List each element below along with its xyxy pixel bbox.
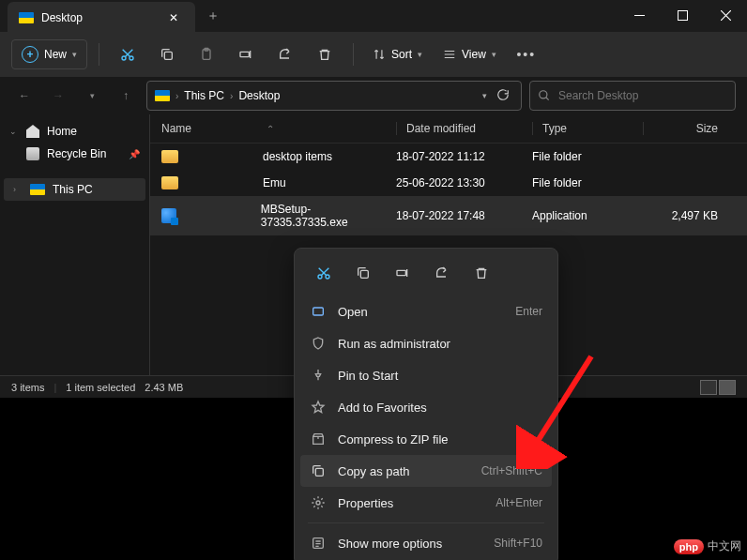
ctx-rename-button[interactable] — [385, 258, 420, 288]
sidebar-item-label: Home — [47, 125, 77, 138]
svg-point-8 — [540, 91, 547, 98]
ctx-label: Copy as path — [338, 464, 410, 478]
paste-button[interactable] — [190, 38, 223, 71]
recent-button[interactable]: ▾ — [79, 83, 105, 109]
breadcrumb-current[interactable]: Desktop — [238, 89, 280, 102]
search-input[interactable] — [558, 89, 727, 102]
rename-button[interactable] — [229, 38, 263, 71]
svg-point-10 — [326, 275, 329, 279]
status-items: 3 items — [11, 382, 44, 393]
star-icon — [310, 399, 327, 416]
sidebar-item-home[interactable]: ⌄ Home — [0, 120, 149, 143]
ctx-shortcut: Ctrl+Shift+C — [481, 464, 542, 477]
ctx-delete-button[interactable] — [464, 258, 499, 288]
column-headers[interactable]: Name⌃ Date modified Type Size — [150, 114, 747, 144]
pc-icon — [30, 184, 45, 195]
ctx-cut-button[interactable] — [306, 258, 342, 288]
ctx-compress-zip[interactable]: Compress to ZIP file — [300, 423, 552, 455]
tab-desktop[interactable]: Desktop ✕ — [8, 2, 195, 34]
svg-rect-4 — [164, 52, 172, 59]
tab-title: Desktop — [41, 11, 156, 24]
sort-icon — [373, 48, 386, 61]
pin-icon — [310, 367, 327, 384]
view-icon — [443, 48, 456, 61]
ctx-show-more[interactable]: Show more options Shift+F10 — [300, 527, 552, 559]
close-window-button[interactable] — [704, 0, 747, 30]
chevron-down-icon: ▾ — [418, 50, 422, 59]
desktop-icon — [19, 12, 34, 23]
more-button[interactable]: ••• — [510, 38, 543, 71]
exe-icon — [161, 208, 176, 223]
svg-rect-14 — [315, 468, 323, 476]
col-type-header[interactable]: Type — [542, 122, 567, 135]
new-button[interactable]: + New ▾ — [11, 39, 87, 69]
search-box[interactable] — [529, 81, 736, 111]
ctx-label: Properties — [338, 496, 393, 510]
ctx-pin-start[interactable]: Pin to Start — [300, 359, 552, 391]
thumbnails-view-toggle[interactable] — [719, 380, 736, 395]
new-tab-button[interactable]: ＋ — [195, 0, 231, 32]
chevron-right-icon: › — [230, 91, 233, 101]
file-date: 25-06-2022 13:30 — [396, 176, 532, 189]
sort-button[interactable]: Sort ▾ — [365, 42, 430, 67]
file-row[interactable]: MBSetup-37335.37335.exe 18-07-2022 17:48… — [150, 196, 747, 235]
refresh-button[interactable] — [493, 84, 513, 108]
details-view-toggle[interactable] — [700, 380, 717, 395]
address-bar: ← → ▾ ↑ › This PC › Desktop ▾ — [0, 77, 747, 114]
ctx-label: Run as administrator — [338, 337, 450, 351]
chevron-down-icon[interactable]: ▾ — [482, 91, 487, 100]
forward-button[interactable]: → — [45, 83, 71, 109]
svg-rect-11 — [360, 270, 368, 278]
file-row[interactable]: desktop items 18-07-2022 11:12 File fold… — [150, 144, 747, 170]
breadcrumb[interactable]: › This PC › Desktop ▾ — [146, 81, 522, 111]
file-type: File folder — [532, 150, 643, 163]
chevron-down-icon: ⌄ — [9, 127, 19, 136]
view-label: View — [462, 48, 486, 61]
watermark-badge: php — [674, 539, 704, 554]
ctx-label: Compress to ZIP file — [338, 432, 449, 446]
ctx-share-button[interactable] — [424, 258, 460, 288]
ctx-label: Add to Favorites — [338, 401, 427, 415]
copy-button[interactable] — [150, 38, 184, 71]
open-icon — [310, 303, 327, 320]
delete-button[interactable] — [308, 38, 342, 71]
svg-rect-12 — [397, 270, 405, 275]
file-date: 18-07-2022 17:48 — [396, 209, 532, 222]
ctx-properties[interactable]: Properties Alt+Enter — [300, 487, 552, 519]
sidebar-item-this-pc[interactable]: › This PC — [4, 178, 145, 201]
ctx-copy-path[interactable]: Copy as path Ctrl+Shift+C — [300, 455, 552, 487]
chevron-down-icon: ▾ — [492, 50, 496, 59]
file-name: desktop items — [263, 150, 332, 163]
svg-point-3 — [130, 56, 133, 60]
svg-rect-0 — [634, 15, 645, 16]
toolbar: + New ▾ Sort ▾ View ▾ ••• — [0, 32, 747, 77]
more-options-icon — [310, 535, 327, 552]
cut-button[interactable] — [111, 38, 145, 71]
close-tab-icon[interactable]: ✕ — [163, 9, 184, 26]
view-button[interactable]: View ▾ — [435, 42, 504, 67]
sidebar-item-label: This PC — [53, 183, 93, 196]
status-size: 2.43 MB — [145, 382, 183, 393]
sidebar-item-recycle-bin[interactable]: Recycle Bin 📌 — [0, 143, 149, 165]
plus-icon: + — [22, 46, 38, 63]
sidebar-item-label: Recycle Bin — [47, 147, 106, 160]
watermark: php 中文网 — [674, 538, 741, 554]
maximize-button[interactable] — [661, 0, 704, 30]
up-button[interactable]: ↑ — [113, 83, 139, 109]
col-size-header[interactable]: Size — [696, 122, 718, 135]
search-icon — [538, 89, 551, 102]
col-date-header[interactable]: Date modified — [406, 122, 476, 135]
ctx-open[interactable]: Open Enter — [300, 295, 552, 327]
ctx-shortcut: Shift+F10 — [494, 537, 542, 550]
location-icon — [155, 90, 170, 101]
file-row[interactable]: Emu 25-06-2022 13:30 File folder — [150, 170, 747, 196]
col-name-header[interactable]: Name — [161, 122, 191, 135]
breadcrumb-root[interactable]: This PC — [184, 89, 224, 102]
share-button[interactable] — [268, 38, 302, 71]
ctx-run-admin[interactable]: Run as administrator — [300, 327, 552, 359]
ctx-add-favorites[interactable]: Add to Favorites — [300, 391, 552, 423]
ctx-copy-button[interactable] — [345, 258, 381, 288]
back-button[interactable]: ← — [11, 83, 38, 109]
minimize-button[interactable] — [617, 0, 661, 30]
ctx-label: Show more options — [338, 537, 442, 551]
